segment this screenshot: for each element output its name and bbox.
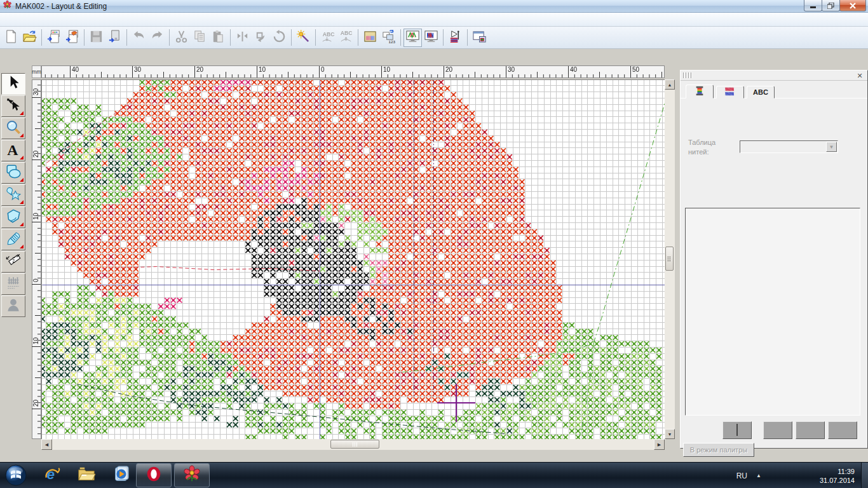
- toolbar-button-reference-window[interactable]: [470, 29, 489, 47]
- tab-thread-color[interactable]: [686, 85, 714, 98]
- menu-display[interactable]: [83, 18, 99, 22]
- thread-table-dropdown[interactable]: ▼: [740, 140, 838, 153]
- horizontal-scroll-thumb[interactable]: [330, 440, 379, 449]
- tool-manual-punch[interactable]: [1, 229, 25, 250]
- menu-help[interactable]: [116, 18, 132, 22]
- toolbar-button-import-image[interactable]: [44, 29, 63, 47]
- tab-stitch-icon: [724, 86, 736, 97]
- menu-sew[interactable]: [66, 18, 83, 22]
- show-desktop-button[interactable]: [861, 463, 868, 488]
- menu-text[interactable]: [50, 18, 66, 22]
- start-button[interactable]: [1, 463, 31, 488]
- toolbar-button-view-stitch[interactable]: [403, 29, 422, 47]
- panel-button-spool[interactable]: [722, 421, 752, 439]
- toolbar: ABCABC123: [0, 27, 868, 49]
- tab-text-attr[interactable]: ABC: [747, 86, 775, 98]
- toolbar-separator: [443, 29, 444, 46]
- panel-button-b4[interactable]: [828, 421, 857, 439]
- close-button[interactable]: [839, 0, 866, 11]
- toolbar-button-mirror[interactable]: [233, 29, 252, 47]
- thread-list-box[interactable]: [685, 208, 860, 416]
- rotate-icon: [254, 29, 268, 44]
- show-hidden-icons[interactable]: ▲: [752, 473, 765, 478]
- taskbar-item-opera[interactable]: [136, 463, 172, 487]
- scroll-down-button[interactable]: ▼: [665, 429, 675, 439]
- vertical-scroll-thumb[interactable]: [665, 247, 674, 271]
- toolbar-button-tune-image[interactable]: [63, 29, 81, 47]
- panel-close-icon[interactable]: ✕: [855, 71, 865, 80]
- sewing-attributes-panel: ✕ ABC Таблица нитей: ▼ В режим палитры: [680, 70, 868, 449]
- toolbar-button-magic-wand[interactable]: [294, 29, 313, 47]
- text-arc-icon: ABC: [339, 29, 353, 44]
- toolbar-button-stitch-simulator[interactable]: [446, 29, 465, 47]
- panel-button-b2[interactable]: [763, 421, 792, 439]
- design-area[interactable]: [41, 79, 665, 439]
- menu-file[interactable]: [0, 18, 17, 22]
- scroll-left-button[interactable]: ◀: [41, 439, 52, 450]
- toolbar-button-export[interactable]: [105, 29, 124, 47]
- toolbar-button-open[interactable]: [20, 29, 39, 47]
- panel-buttons: [681, 421, 867, 439]
- panel-grip[interactable]: ✕: [681, 71, 867, 81]
- toolbar-button-text-fit[interactable]: ABC: [318, 29, 337, 47]
- tool-outline[interactable]: [1, 207, 25, 228]
- tool-point-edit[interactable]: [1, 95, 25, 117]
- scroll-right-button[interactable]: ▶: [654, 439, 665, 450]
- panel-tabs: ABC: [681, 85, 867, 98]
- restore-button[interactable]: [822, 0, 840, 11]
- toolbar-button-redo[interactable]: [148, 29, 166, 47]
- minimize-button[interactable]: [804, 0, 822, 11]
- palette-mode-button[interactable]: В режим палитры: [683, 443, 754, 457]
- tool-preset-shapes[interactable]: [1, 184, 25, 206]
- language-indicator[interactable]: RU: [731, 471, 752, 480]
- tool-measure[interactable]: [1, 251, 25, 273]
- toolbar-separator: [315, 29, 316, 46]
- title-bar[interactable]: MAK002 - Layout & Editing: [0, 0, 868, 13]
- taskbar-item-internet-explorer[interactable]: e: [39, 463, 65, 487]
- tray-icon-kaspersky[interactable]: [768, 470, 779, 482]
- toolbar-button-save[interactable]: [87, 29, 105, 47]
- tool-text[interactable]: A: [1, 140, 25, 161]
- vertical-scrollbar[interactable]: ▲ ▼: [665, 79, 675, 439]
- menu-edit[interactable]: [17, 18, 33, 22]
- clock-date: 31.07.2014: [820, 476, 855, 485]
- menu-option[interactable]: [99, 18, 116, 22]
- tool-select[interactable]: [1, 73, 25, 95]
- toolbar-button-thread-chart[interactable]: [361, 29, 379, 47]
- tab-stitch-attr[interactable]: [716, 86, 744, 98]
- toolbar-button-undo[interactable]: [130, 29, 148, 47]
- toolbar-button-sew-order[interactable]: 123: [379, 29, 398, 47]
- horizontal-scrollbar[interactable]: ◀ ▶: [41, 439, 665, 450]
- toolbar-button-view-realistic[interactable]: [422, 29, 440, 47]
- taskbar: e RU ▲ 11:39 31.07.2014: [0, 462, 868, 488]
- design-canvas[interactable]: [42, 80, 665, 440]
- ruler-unit: mm: [32, 65, 41, 78]
- copy-icon: [193, 29, 207, 44]
- toolbar-button-rotate[interactable]: [252, 29, 270, 47]
- clock[interactable]: 11:39 31.07.2014: [820, 467, 855, 485]
- taskbar-item-media-player[interactable]: [108, 463, 133, 487]
- ie-icon: e: [43, 464, 62, 484]
- toolbar-separator: [358, 29, 358, 46]
- scroll-up-button[interactable]: ▲: [665, 79, 675, 90]
- taskbar-item-explorer[interactable]: [74, 463, 99, 487]
- tool-stitch-band[interactable]: [1, 273, 25, 295]
- toolbar-button-new[interactable]: [2, 29, 20, 47]
- toolbar-button-refresh[interactable]: [270, 29, 288, 47]
- chevron-down-icon[interactable]: ▼: [826, 142, 837, 152]
- toolbar-button-copy[interactable]: [191, 29, 209, 47]
- t-select-icon: [5, 74, 22, 91]
- toolbar-button-paste[interactable]: [209, 29, 227, 47]
- toolbar-button-cut[interactable]: [172, 29, 191, 47]
- taskbar-item-pe-design[interactable]: [174, 463, 210, 487]
- wand-icon: [296, 29, 311, 44]
- toolbar-button-text-arc[interactable]: ABC: [337, 29, 355, 47]
- menu-image[interactable]: [33, 18, 50, 22]
- ruler-horizontal: [41, 65, 665, 78]
- panel-button-b3[interactable]: [796, 421, 825, 439]
- tray-icon-safely-remove[interactable]: [801, 470, 812, 482]
- tool-shapes[interactable]: [1, 162, 25, 184]
- tool-portrait[interactable]: [1, 295, 25, 317]
- tray-icon-battery[interactable]: [784, 470, 796, 482]
- tool-zoom[interactable]: [1, 118, 25, 139]
